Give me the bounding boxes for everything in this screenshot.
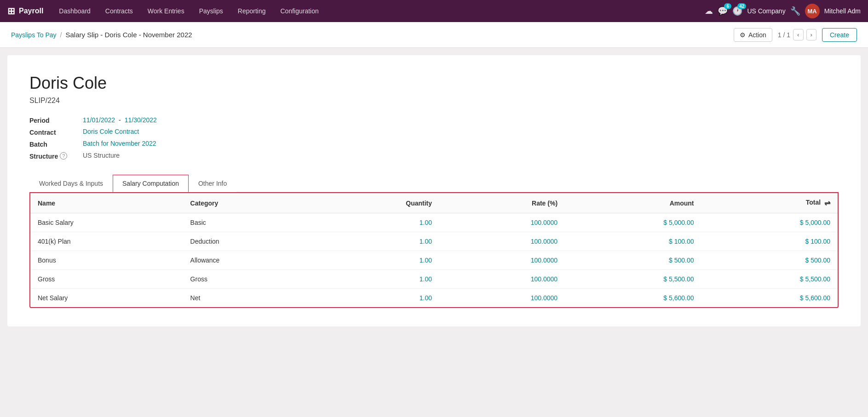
cell-amount-4: $ 5,600.00 [565, 289, 701, 308]
company-name: US Company [747, 7, 785, 15]
breadcrumb-current: Salary Slip - Doris Cole - November 2022 [65, 31, 192, 39]
breadcrumb-actions: ⚙ Action 1 / 1 ‹ › Create [734, 28, 857, 42]
batch-value[interactable]: Batch for November 2022 [83, 140, 305, 148]
user-name: Mitchell Adm [824, 7, 861, 15]
tab-salary-computation[interactable]: Salary Computation [113, 175, 189, 192]
cell-name-3: Gross [30, 270, 183, 289]
cell-total-3: $ 5,500.00 [701, 270, 838, 289]
nav-configuration[interactable]: Configuration [274, 0, 325, 22]
pagination-info: 1 / 1 [778, 31, 790, 39]
prev-button[interactable]: ‹ [793, 29, 803, 40]
top-navigation: ⊞ Payroll Dashboard Contracts Work Entri… [0, 0, 868, 22]
cell-category-1: Deduction [183, 232, 316, 251]
cell-total-4: $ 5,600.00 [701, 289, 838, 308]
table-row: 401(k) Plan Deduction 1.00 100.0000 $ 10… [30, 232, 838, 251]
nav-reporting[interactable]: Reporting [231, 0, 272, 22]
gear-icon: ⚙ [740, 31, 746, 39]
create-button[interactable]: Create [822, 28, 857, 42]
structure-help-icon[interactable]: ? [60, 152, 67, 160]
clock-badge: 42 [737, 3, 746, 9]
cell-name-4: Net Salary [30, 289, 183, 308]
cell-rate-2: 100.0000 [439, 251, 565, 270]
chat-icon[interactable]: 💬 6 [718, 6, 728, 16]
batch-label: Batch [29, 140, 75, 148]
col-amount: Amount [565, 193, 701, 213]
col-name: Name [30, 193, 183, 213]
app-name: Payroll [19, 7, 43, 15]
structure-label: Structure [29, 152, 58, 160]
period-row: 11/01/2022 - 11/30/2022 [83, 116, 305, 124]
cell-amount-3: $ 5,500.00 [565, 270, 701, 289]
table-row: Gross Gross 1.00 100.0000 $ 5,500.00 $ 5… [30, 270, 838, 289]
nav-work-entries[interactable]: Work Entries [141, 0, 191, 22]
contract-label: Contract [29, 128, 75, 136]
col-rate: Rate (%) [439, 193, 565, 213]
salary-table-body: Basic Salary Basic 1.00 100.0000 $ 5,000… [30, 213, 838, 308]
cell-category-2: Allowance [183, 251, 316, 270]
cell-category-3: Gross [183, 270, 316, 289]
nav-payslips[interactable]: Payslips [193, 0, 230, 22]
cell-quantity-3: 1.00 [316, 270, 439, 289]
cell-rate-0: 100.0000 [439, 213, 565, 232]
table-row: Basic Salary Basic 1.00 100.0000 $ 5,000… [30, 213, 838, 232]
cell-name-2: Bonus [30, 251, 183, 270]
period-start: 11/01/2022 [83, 116, 115, 124]
cell-amount-2: $ 500.00 [565, 251, 701, 270]
cell-rate-4: 100.0000 [439, 289, 565, 308]
settings-icon[interactable]: 🔧 [790, 6, 800, 16]
breadcrumb-parent[interactable]: Payslips To Pay [11, 31, 57, 39]
table-header-row: Name Category Quantity Rate (%) Amount T… [30, 193, 838, 213]
main-content: Doris Cole SLIP/224 Period 11/01/2022 - … [29, 74, 839, 308]
col-quantity: Quantity [316, 193, 439, 213]
tab-worked-days[interactable]: Worked Days & Inputs [29, 175, 113, 192]
total-filter-icon[interactable]: ⇌ [824, 199, 830, 207]
action-button[interactable]: ⚙ Action [734, 28, 772, 42]
breadcrumb-separator: / [60, 31, 62, 39]
cell-quantity-2: 1.00 [316, 251, 439, 270]
nav-contracts[interactable]: Contracts [99, 0, 139, 22]
salary-table-wrapper: Name Category Quantity Rate (%) Amount T… [29, 192, 839, 308]
pagination: 1 / 1 ‹ › [778, 29, 816, 40]
col-category: Category [183, 193, 316, 213]
cell-total-0: $ 5,000.00 [701, 213, 838, 232]
action-label: Action [748, 31, 766, 39]
cell-category-0: Basic [183, 213, 316, 232]
salary-table: Name Category Quantity Rate (%) Amount T… [30, 193, 838, 307]
cell-rate-1: 100.0000 [439, 232, 565, 251]
breadcrumb: Payslips To Pay / Salary Slip - Doris Co… [11, 31, 192, 39]
topnav-right: ☁ 💬 6 🕐 42 US Company 🔧 MA Mitchell Adm [705, 4, 861, 18]
cell-quantity-1: 1.00 [316, 232, 439, 251]
slip-number: SLIP/224 [29, 97, 839, 105]
app-brand[interactable]: ⊞ Payroll [7, 6, 43, 17]
clock-icon[interactable]: 🕐 42 [732, 6, 742, 16]
structure-label-row: Structure ? [29, 152, 75, 160]
chat-badge: 6 [724, 3, 731, 9]
cell-quantity-0: 1.00 [316, 213, 439, 232]
nav-dashboard[interactable]: Dashboard [52, 0, 97, 22]
grid-icon: ⊞ [7, 6, 15, 17]
structure-value: US Structure [83, 152, 305, 160]
cell-amount-1: $ 100.00 [565, 232, 701, 251]
cell-amount-0: $ 5,000.00 [565, 213, 701, 232]
cell-name-0: Basic Salary [30, 213, 183, 232]
tab-other-info[interactable]: Other Info [189, 175, 236, 192]
table-row: Bonus Allowance 1.00 100.0000 $ 500.00 $… [30, 251, 838, 270]
cell-quantity-4: 1.00 [316, 289, 439, 308]
user-avatar[interactable]: MA [805, 4, 820, 18]
col-total: Total ⇌ [701, 193, 838, 213]
cell-total-1: $ 100.00 [701, 232, 838, 251]
period-separator: - [119, 116, 121, 124]
next-button[interactable]: › [806, 29, 816, 40]
cloud-icon[interactable]: ☁ [705, 6, 713, 16]
table-row: Net Salary Net 1.00 100.0000 $ 5,600.00 … [30, 289, 838, 308]
employee-name: Doris Cole [29, 74, 839, 93]
tab-bar: Worked Days & Inputs Salary Computation … [29, 175, 839, 192]
cell-category-4: Net [183, 289, 316, 308]
period-label: Period [29, 116, 75, 124]
cell-total-2: $ 500.00 [701, 251, 838, 270]
period-end: 11/30/2022 [125, 116, 157, 124]
breadcrumb-bar: Payslips To Pay / Salary Slip - Doris Co… [0, 22, 868, 48]
contract-value[interactable]: Doris Cole Contract [83, 128, 305, 136]
cell-name-1: 401(k) Plan [30, 232, 183, 251]
form-fields: Period 11/01/2022 - 11/30/2022 Contract … [29, 116, 305, 160]
